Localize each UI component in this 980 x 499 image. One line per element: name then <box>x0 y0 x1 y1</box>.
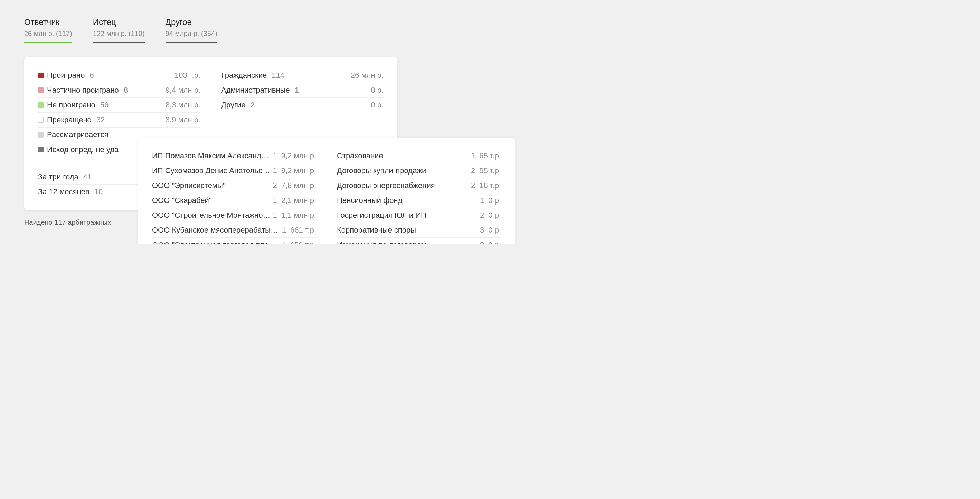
type-label: Гражданские <box>221 71 267 80</box>
tab-title: Другое <box>165 17 217 27</box>
party-row[interactable]: ООО "Строительное Монтажное Упра...11,1 … <box>152 208 316 223</box>
status-chip-icon <box>38 73 43 78</box>
type-count: 2 <box>250 100 255 110</box>
tab-defendant[interactable]: Ответчик 26 млн р. (117) <box>24 17 72 43</box>
category-row[interactable]: Пенсионный фонд10 р. <box>337 193 501 208</box>
category-count: 2 <box>471 166 475 175</box>
party-label: ООО Кубанское мясоперерабатывающе... <box>152 226 281 235</box>
category-value: 0 р. <box>488 211 501 220</box>
category-count: 3 <box>480 226 484 235</box>
detail-overlay-panel: ИП Помазов Максим Александрович19,2 млн … <box>138 138 515 244</box>
category-value: 55 т.р. <box>479 166 501 175</box>
party-value: 7,8 млн р. <box>281 181 316 190</box>
party-label: ООО "Строительное Монтажное Упра... <box>152 211 271 220</box>
status-row[interactable]: Прекращено 32 3,9 млн р. <box>38 113 200 127</box>
status-value: 9,4 млн р. <box>165 86 200 95</box>
party-row[interactable]: ООО "Скарабей"12,1 млн р. <box>152 193 316 208</box>
period-label: За 12 месяцев <box>38 187 89 196</box>
status-value: 103 т.р. <box>175 71 200 80</box>
party-count: 1 <box>273 196 277 205</box>
category-value: 65 т.р. <box>479 151 501 161</box>
party-count: 1 <box>282 240 286 244</box>
category-count: 2 <box>480 240 484 244</box>
type-value: 26 млн р. <box>351 71 383 80</box>
party-value: 9,2 млн р. <box>281 151 316 161</box>
category-count: 1 <box>471 151 475 161</box>
status-row[interactable]: Частично проиграно 8 9,4 млн р. <box>38 83 200 98</box>
type-count: 114 <box>272 71 285 80</box>
status-count: 32 <box>96 115 105 124</box>
status-row[interactable]: Не проиграно 56 8,3 млн р. <box>38 98 200 113</box>
category-label: Корпоративные споры <box>337 226 479 235</box>
tab-subtitle: 122 млн р. (110) <box>93 30 145 38</box>
category-row[interactable]: Договоры энергоснабжения216 т.р. <box>337 178 501 193</box>
category-count: 2 <box>471 181 475 190</box>
tab-plaintiff[interactable]: Истец 122 млн р. (110) <box>93 17 145 43</box>
status-count: 56 <box>100 100 108 110</box>
status-row[interactable]: Проиграно 6 103 т.р. <box>38 68 200 83</box>
party-label: ИП Помазов Максим Александрович <box>152 151 271 161</box>
tab-subtitle: 26 млн р. (117) <box>24 30 72 38</box>
party-label: ООО "Эрписистемы" <box>152 181 271 190</box>
party-row[interactable]: ИП Помазов Максим Александрович19,2 млн … <box>152 149 316 164</box>
status-label: Исход опред. не уда <box>47 145 119 154</box>
party-value: 2,1 млн р. <box>281 196 316 205</box>
party-count: 1 <box>273 151 277 161</box>
period-count: 41 <box>83 172 92 181</box>
status-value: 8,3 млн р. <box>165 100 200 110</box>
status-chip-icon <box>38 117 43 123</box>
category-label: Договоры энергоснабжения <box>337 181 469 190</box>
type-count: 1 <box>295 86 299 95</box>
party-label: ИП Сухомазов Денис Анатольевич <box>152 166 271 175</box>
party-count: 1 <box>273 211 277 220</box>
party-row[interactable]: ООО "Электронная торговая площадка ...16… <box>152 238 316 244</box>
party-value: 659 т.р. <box>290 240 316 244</box>
status-chip-icon <box>38 132 43 138</box>
type-value: 0 р. <box>371 100 383 110</box>
status-count: 8 <box>124 86 128 95</box>
category-value: 0 р. <box>488 226 501 235</box>
party-value: 9,2 млн р. <box>281 166 316 175</box>
status-label: Частично проиграно <box>47 86 119 95</box>
status-label: Рассматривается <box>47 130 108 139</box>
status-label: Прекращено <box>47 115 92 124</box>
category-label: Пенсионный фонд <box>337 196 479 205</box>
category-label: Страхование <box>337 151 469 161</box>
party-count: 1 <box>273 166 277 175</box>
type-label: Административные <box>221 86 290 95</box>
status-value: 3,9 млн р. <box>165 115 200 124</box>
category-label: Изменения по договорам <box>337 240 479 244</box>
category-row[interactable]: Госрегистрация ЮЛ и ИП20 р. <box>337 208 501 223</box>
party-count: 1 <box>282 226 286 235</box>
status-label: Проиграно <box>47 71 85 80</box>
category-row[interactable]: Изменения по договорам20 р. <box>337 238 501 244</box>
party-value: 1,1 млн р. <box>281 211 316 220</box>
type-row[interactable]: Другие 2 0 р. <box>221 98 383 112</box>
category-row[interactable]: Договоры купли-продажи255 т.р. <box>337 164 501 178</box>
tabs: Ответчик 26 млн р. (117) Истец 122 млн р… <box>24 17 956 43</box>
category-label: Госрегистрация ЮЛ и ИП <box>337 211 479 220</box>
party-row[interactable]: ООО "Эрписистемы"27,8 млн р. <box>152 178 316 193</box>
party-count: 2 <box>273 181 277 190</box>
type-value: 0 р. <box>371 86 383 95</box>
category-count: 2 <box>480 211 484 220</box>
status-chip-icon <box>38 102 43 108</box>
status-chip-icon <box>38 147 43 153</box>
status-label: Не проиграно <box>47 100 95 110</box>
category-value: 16 т.р. <box>479 181 501 190</box>
category-count: 1 <box>480 196 484 205</box>
type-row[interactable]: Гражданские 114 26 млн р. <box>221 68 383 83</box>
category-row[interactable]: Страхование165 т.р. <box>337 149 501 164</box>
tab-subtitle: 94 млрд р. (354) <box>165 30 217 38</box>
category-label: Договоры купли-продажи <box>337 166 469 175</box>
status-count: 6 <box>89 71 94 80</box>
party-row[interactable]: ИП Сухомазов Денис Анатольевич19,2 млн р… <box>152 164 316 178</box>
tab-other[interactable]: Другое 94 млрд р. (354) <box>165 17 217 43</box>
party-row[interactable]: ООО Кубанское мясоперерабатывающе...1661… <box>152 223 316 238</box>
type-label: Другие <box>221 100 245 110</box>
category-value: 0 р. <box>488 240 501 244</box>
type-row[interactable]: Административные 1 0 р. <box>221 83 383 98</box>
period-label: За три года <box>38 172 78 181</box>
party-label: ООО "Электронная торговая площадка ... <box>152 240 281 244</box>
category-row[interactable]: Корпоративные споры30 р. <box>337 223 501 238</box>
